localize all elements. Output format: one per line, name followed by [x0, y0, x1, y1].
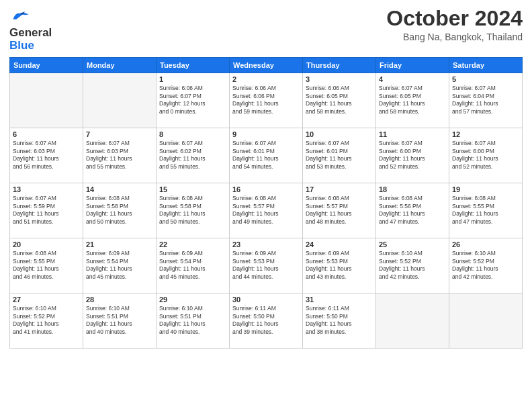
day-number: 12	[452, 130, 519, 138]
day-number: 9	[232, 130, 300, 138]
day-cell-w2-d7: 12Sunrise: 6:07 AMSunset: 6:00 PMDayligh…	[449, 128, 523, 183]
day-cell-w3-d1: 13Sunrise: 6:07 AMSunset: 5:59 PMDayligh…	[10, 183, 83, 238]
day-cell-w2-d5: 10Sunrise: 6:07 AMSunset: 6:01 PMDayligh…	[303, 128, 376, 183]
day-cell-w4-d3: 22Sunrise: 6:09 AMSunset: 5:54 PMDayligh…	[157, 238, 230, 293]
day-number: 23	[232, 240, 300, 248]
day-number: 13	[13, 185, 80, 193]
day-info: Sunrise: 6:07 AMSunset: 5:59 PMDaylight:…	[13, 195, 80, 226]
logo-text-general: General	[9, 26, 52, 39]
day-info: Sunrise: 6:07 AMSunset: 6:01 PMDaylight:…	[232, 140, 300, 171]
day-info: Sunrise: 6:08 AMSunset: 5:55 PMDaylight:…	[452, 195, 519, 226]
day-number: 8	[159, 130, 226, 138]
day-info: Sunrise: 6:07 AMSunset: 6:03 PMDaylight:…	[86, 140, 153, 171]
day-number: 10	[306, 130, 373, 138]
day-info: Sunrise: 6:08 AMSunset: 5:56 PMDaylight:…	[379, 195, 446, 226]
day-cell-w1-d3: 1Sunrise: 6:06 AMSunset: 6:07 PMDaylight…	[157, 73, 230, 128]
day-info: Sunrise: 6:06 AMSunset: 6:07 PMDaylight:…	[159, 85, 226, 116]
week-row-4: 20Sunrise: 6:08 AMSunset: 5:55 PMDayligh…	[10, 238, 523, 293]
header-thursday: Thursday	[303, 58, 376, 73]
day-number: 28	[86, 295, 153, 304]
day-number: 25	[379, 240, 446, 248]
day-cell-w4-d2: 21Sunrise: 6:09 AMSunset: 5:54 PMDayligh…	[83, 238, 157, 293]
day-number: 19	[452, 185, 519, 193]
header-monday: Monday	[83, 58, 157, 73]
day-cell-w4-d1: 20Sunrise: 6:08 AMSunset: 5:55 PMDayligh…	[10, 238, 83, 293]
header-saturday: Saturday	[449, 58, 523, 73]
day-cell-w5-d4: 30Sunrise: 6:11 AMSunset: 5:50 PMDayligh…	[230, 293, 303, 349]
day-cell-w3-d3: 15Sunrise: 6:08 AMSunset: 5:58 PMDayligh…	[157, 183, 230, 238]
day-number: 11	[379, 130, 446, 138]
calendar-table: Sunday Monday Tuesday Wednesday Thursday…	[9, 57, 523, 349]
week-row-1: 1Sunrise: 6:06 AMSunset: 6:07 PMDaylight…	[10, 73, 523, 128]
day-info: Sunrise: 6:06 AMSunset: 6:05 PMDaylight:…	[306, 85, 373, 116]
page-header: General Blue October 2024 Bang Na, Bangk…	[9, 7, 523, 52]
day-cell-w5-d2: 28Sunrise: 6:10 AMSunset: 5:51 PMDayligh…	[83, 293, 157, 349]
day-number: 27	[13, 295, 80, 304]
day-info: Sunrise: 6:08 AMSunset: 5:58 PMDaylight:…	[86, 195, 153, 226]
day-cell-w5-d1: 27Sunrise: 6:10 AMSunset: 5:52 PMDayligh…	[10, 293, 83, 349]
day-info: Sunrise: 6:07 AMSunset: 6:05 PMDaylight:…	[379, 85, 446, 116]
day-number: 14	[86, 185, 153, 193]
day-cell-w2-d2: 7Sunrise: 6:07 AMSunset: 6:03 PMDaylight…	[83, 128, 157, 183]
day-info: Sunrise: 6:07 AMSunset: 6:02 PMDaylight:…	[159, 140, 226, 171]
day-cell-w4-d4: 23Sunrise: 6:09 AMSunset: 5:53 PMDayligh…	[230, 238, 303, 293]
day-info: Sunrise: 6:10 AMSunset: 5:51 PMDaylight:…	[86, 305, 153, 336]
header-tuesday: Tuesday	[157, 58, 230, 73]
week-row-3: 13Sunrise: 6:07 AMSunset: 5:59 PMDayligh…	[10, 183, 523, 238]
week-row-5: 27Sunrise: 6:10 AMSunset: 5:52 PMDayligh…	[10, 293, 523, 349]
day-info: Sunrise: 6:11 AMSunset: 5:50 PMDaylight:…	[306, 305, 373, 336]
day-cell-w1-d7: 5Sunrise: 6:07 AMSunset: 6:04 PMDaylight…	[449, 73, 523, 128]
day-cell-w4-d6: 25Sunrise: 6:10 AMSunset: 5:52 PMDayligh…	[376, 238, 449, 293]
header-friday: Friday	[376, 58, 449, 73]
day-cell-w2-d3: 8Sunrise: 6:07 AMSunset: 6:02 PMDaylight…	[157, 128, 230, 183]
day-number: 16	[232, 185, 300, 193]
day-number: 2	[232, 75, 300, 83]
day-info: Sunrise: 6:09 AMSunset: 5:54 PMDaylight:…	[159, 250, 226, 281]
day-info: Sunrise: 6:07 AMSunset: 6:00 PMDaylight:…	[379, 140, 446, 171]
day-cell-w5-d6	[376, 293, 449, 349]
day-number: 18	[379, 185, 446, 193]
week-row-2: 6Sunrise: 6:07 AMSunset: 6:03 PMDaylight…	[10, 128, 523, 183]
day-cell-w2-d4: 9Sunrise: 6:07 AMSunset: 6:01 PMDaylight…	[230, 128, 303, 183]
day-info: Sunrise: 6:09 AMSunset: 5:53 PMDaylight:…	[232, 250, 300, 281]
day-info: Sunrise: 6:10 AMSunset: 5:51 PMDaylight:…	[159, 305, 226, 336]
day-number: 5	[452, 75, 519, 83]
day-cell-w3-d7: 19Sunrise: 6:08 AMSunset: 5:55 PMDayligh…	[449, 183, 523, 238]
day-info: Sunrise: 6:08 AMSunset: 5:57 PMDaylight:…	[306, 195, 373, 226]
day-info: Sunrise: 6:10 AMSunset: 5:52 PMDaylight:…	[13, 305, 80, 336]
day-number: 30	[232, 295, 300, 304]
day-cell-w1-d6: 4Sunrise: 6:07 AMSunset: 6:05 PMDaylight…	[376, 73, 449, 128]
location-subtitle: Bang Na, Bangkok, Thailand	[386, 32, 523, 42]
day-info: Sunrise: 6:08 AMSunset: 5:58 PMDaylight:…	[159, 195, 226, 226]
day-cell-w3-d4: 16Sunrise: 6:08 AMSunset: 5:57 PMDayligh…	[230, 183, 303, 238]
day-cell-w2-d6: 11Sunrise: 6:07 AMSunset: 6:00 PMDayligh…	[376, 128, 449, 183]
logo: General Blue	[9, 9, 52, 52]
day-cell-w4-d7: 26Sunrise: 6:10 AMSunset: 5:52 PMDayligh…	[449, 238, 523, 293]
day-number: 6	[13, 130, 80, 138]
day-number: 21	[86, 240, 153, 248]
day-number: 15	[159, 185, 226, 193]
day-cell-w3-d2: 14Sunrise: 6:08 AMSunset: 5:58 PMDayligh…	[83, 183, 157, 238]
day-cell-w5-d7	[449, 293, 523, 349]
day-info: Sunrise: 6:08 AMSunset: 5:55 PMDaylight:…	[13, 250, 80, 281]
day-number: 1	[159, 75, 226, 83]
month-title: October 2024	[386, 7, 523, 30]
day-cell-w3-d5: 17Sunrise: 6:08 AMSunset: 5:57 PMDayligh…	[303, 183, 376, 238]
day-cell-w3-d6: 18Sunrise: 6:08 AMSunset: 5:56 PMDayligh…	[376, 183, 449, 238]
day-info: Sunrise: 6:11 AMSunset: 5:50 PMDaylight:…	[232, 305, 300, 336]
logo-text-blue: Blue	[9, 39, 34, 52]
day-info: Sunrise: 6:09 AMSunset: 5:53 PMDaylight:…	[306, 250, 373, 281]
header-wednesday: Wednesday	[230, 58, 303, 73]
day-number: 31	[306, 295, 373, 304]
day-cell-w1-d4: 2Sunrise: 6:06 AMSunset: 6:06 PMDaylight…	[230, 73, 303, 128]
day-cell-w5-d5: 31Sunrise: 6:11 AMSunset: 5:50 PMDayligh…	[303, 293, 376, 349]
day-number: 3	[306, 75, 373, 83]
title-block: October 2024 Bang Na, Bangkok, Thailand	[386, 7, 523, 42]
day-cell-w1-d5: 3Sunrise: 6:06 AMSunset: 6:05 PMDaylight…	[303, 73, 376, 128]
day-number: 26	[452, 240, 519, 248]
day-number: 24	[306, 240, 373, 248]
day-number: 20	[13, 240, 80, 248]
day-number: 17	[306, 185, 373, 193]
day-number: 29	[159, 295, 226, 304]
day-cell-w4-d5: 24Sunrise: 6:09 AMSunset: 5:53 PMDayligh…	[303, 238, 376, 293]
